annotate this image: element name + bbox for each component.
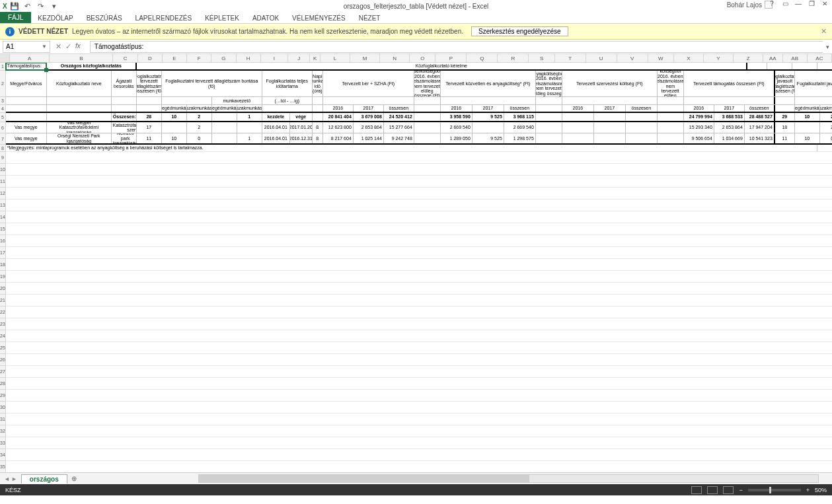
row-head-4[interactable]: 4 [0, 105, 5, 113]
row-head-35[interactable]: 35 [0, 461, 5, 472]
r6-x[interactable]: 15 293 340 [684, 122, 714, 133]
col-E[interactable]: E [163, 54, 187, 62]
zoom-out-icon[interactable]: − [739, 487, 742, 493]
row-head-2[interactable]: 2 [0, 71, 5, 97]
r6-y[interactable]: 2 653 864 [714, 122, 745, 133]
zoom-slider[interactable] [748, 489, 801, 491]
r6-r[interactable]: 2 669 540 [504, 122, 536, 133]
formula-expand-icon[interactable]: ▾ [823, 44, 832, 50]
hdr-headcount[interactable]: Foglalkoztatni tervezett átlaglétszám ös… [137, 71, 162, 96]
note-cell[interactable]: *Megjegyzés: mintaprogramok esetében az … [6, 145, 817, 151]
row-head-33[interactable]: 33 [0, 437, 5, 449]
r7-d[interactable]: 11 [137, 133, 162, 143]
hdr-duration[interactable]: Foglalkoztatás teljes időtartama [262, 71, 313, 96]
row-head-1[interactable]: 1 [0, 63, 5, 71]
formula-input[interactable]: Támogatástípus: [90, 41, 823, 53]
row-head-29[interactable]: 29 [0, 390, 5, 402]
r4-t[interactable]: 2016 [562, 105, 594, 112]
col-G[interactable]: G [211, 54, 236, 62]
help-icon[interactable]: ? [767, 0, 776, 7]
hscroll-thumb[interactable] [199, 475, 529, 482]
r7-m[interactable]: 1 025 144 [354, 133, 384, 143]
accept-formula-icon[interactable]: ✓ [65, 42, 71, 51]
r6-z[interactable]: 17 947 204 [745, 122, 775, 133]
r5-x[interactable]: 24 799 994 [684, 113, 714, 121]
r7-x[interactable]: 9 506 654 [684, 133, 714, 143]
row-head-19[interactable]: 19 [0, 271, 5, 283]
r7-e[interactable]: 10 [162, 133, 187, 143]
row-head-8[interactable]: 8 [0, 145, 5, 152]
r7-f[interactable]: 0 [187, 133, 212, 143]
enable-editing-button[interactable]: Szerkesztés engedélyezése [471, 26, 568, 36]
view-break-icon[interactable] [723, 486, 734, 494]
row-head-9[interactable]: 9 [0, 152, 5, 164]
r7-r[interactable]: 1 298 575 [504, 133, 536, 143]
r6-q[interactable] [473, 122, 504, 133]
hdr-wage[interactable]: Tervezett bér + SZHA (Ft) [323, 71, 414, 96]
hdr-headcount-breakdown[interactable]: Foglalkoztatni tervezett átlaglétszám bo… [162, 71, 262, 96]
tab-data[interactable]: ADATOK [246, 13, 285, 23]
row-head-32[interactable]: 32 [0, 425, 5, 437]
r5-p[interactable]: 3 958 590 [441, 113, 473, 121]
col-AC[interactable]: AC [808, 54, 832, 62]
r5-q[interactable]: 9 525 [473, 113, 504, 121]
r6-i[interactable]: 2016.04.01 [262, 122, 290, 133]
r7-b[interactable]: Őrségi Nemzeti Park Igazgatóság [47, 133, 112, 143]
r5-e[interactable]: 10 [162, 113, 187, 121]
r6-l[interactable]: 12 623 800 [323, 122, 354, 133]
col-V[interactable]: V [617, 54, 648, 62]
r4-p[interactable]: 2016 [441, 105, 473, 112]
r4-f[interactable]: szakmunkás [187, 105, 212, 112]
redo-icon[interactable]: ↷ [36, 2, 46, 11]
r6-ac[interactable]: 2 [820, 122, 832, 133]
r5-ac[interactable]: 2 [820, 113, 832, 121]
save-icon[interactable]: 💾 [10, 2, 19, 11]
name-box[interactable]: A1 ▼ [3, 41, 50, 53]
r4-ac[interactable]: szakmunkás [820, 105, 832, 112]
minimize-icon[interactable]: — [794, 0, 803, 7]
fx-icon[interactable]: fx [75, 42, 85, 51]
close-icon[interactable]: ✕ [820, 0, 829, 7]
row-head-14[interactable]: 14 [0, 211, 5, 223]
hscrollbar[interactable] [198, 474, 819, 483]
r6-aa[interactable]: 18 [775, 122, 795, 133]
cell-AA1[interactable] [747, 63, 767, 69]
col-R[interactable]: R [498, 54, 529, 62]
hdr-org[interactable]: Tervezett szervezési költség (Ft) [562, 71, 658, 96]
row-head-26[interactable]: 26 [0, 354, 5, 366]
r7-p[interactable]: 1 289 050 [441, 133, 473, 143]
r7-ac[interactable]: 0 [820, 133, 832, 143]
r6-m[interactable]: 2 653 864 [354, 122, 384, 133]
r6-c[interactable]: Katasztrófavédelmi szerv [112, 122, 137, 133]
col-J[interactable]: J [288, 54, 310, 62]
tab-review[interactable]: VÉLEMÉNYEZÉS [285, 13, 352, 23]
hdr-hours[interactable]: Napi munka-idő (óra) [313, 71, 323, 96]
r4-e[interactable]: segédmunkás [162, 105, 187, 112]
row-head-16[interactable]: 16 [0, 235, 5, 247]
row-head-18[interactable]: 18 [0, 259, 5, 271]
hdr-material-advance[interactable]: Közvetlen és anyagköltségből* 2016. évbe… [536, 71, 562, 96]
r5-ab[interactable]: 10 [795, 113, 820, 121]
hdr-total[interactable]: Tervezett támogatás összesen (Ft) [684, 71, 775, 96]
col-P[interactable]: P [435, 54, 467, 62]
r6-g[interactable] [212, 122, 237, 133]
row-head-34[interactable]: 34 [0, 449, 5, 461]
cell-AC1[interactable] [792, 63, 817, 69]
col-F[interactable]: F [187, 54, 211, 62]
r7-y[interactable]: 1 034 669 [714, 133, 745, 143]
col-B[interactable]: B [50, 54, 113, 62]
user-label[interactable]: Bohár Lajos [727, 1, 773, 9]
hdr-sector[interactable]: Ágazati besorolás [112, 71, 137, 96]
r6-a[interactable]: Vas megye [6, 122, 47, 133]
tab-insert[interactable]: BESZÚRÁS [80, 13, 129, 23]
row-head-3[interactable]: 3 [0, 97, 5, 105]
hdr-employer[interactable]: Közfoglalkoztató neve [47, 71, 112, 96]
cell-kk[interactable]: Közfoglalkoztató kérelme [137, 63, 747, 69]
r7-j[interactable]: 2016.12.31 [290, 133, 313, 143]
tab-nav-next-icon[interactable]: ► [11, 476, 17, 482]
r4-u[interactable]: 2017 [594, 105, 626, 112]
row-head-31[interactable]: 31 [0, 414, 5, 425]
r4-x[interactable]: 2016 [684, 105, 714, 112]
col-AA[interactable]: AA [763, 54, 782, 62]
row-head-22[interactable]: 22 [0, 306, 5, 318]
